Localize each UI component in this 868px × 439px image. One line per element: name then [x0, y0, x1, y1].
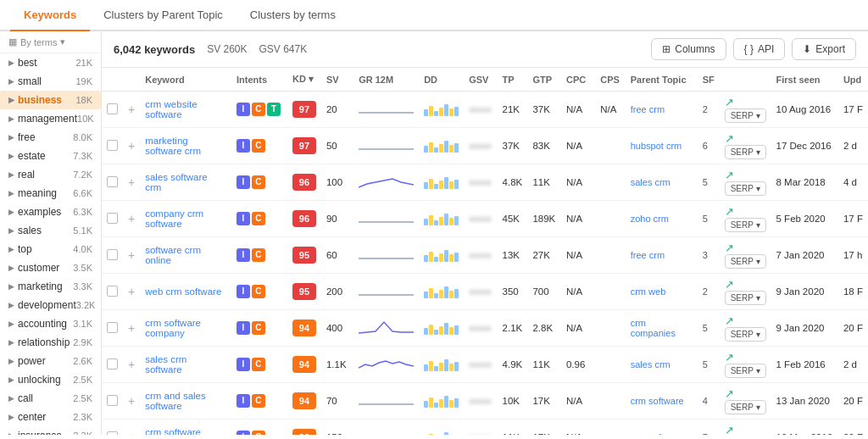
serp-button[interactable]: SERP ▾: [725, 218, 766, 232]
col-header-sv[interactable]: SV: [321, 68, 353, 92]
keyword-link[interactable]: sales software crm: [145, 172, 208, 192]
add-row-button[interactable]: +: [128, 321, 135, 335]
serp-button[interactable]: SERP ▾: [725, 327, 766, 342]
row-checkbox[interactable]: [107, 322, 118, 333]
api-button[interactable]: { } API: [733, 38, 786, 60]
sidebar-item-top[interactable]: ▶ top 4.0K: [0, 240, 101, 258]
add-row-button[interactable]: +: [128, 139, 135, 153]
sidebar-item-sales[interactable]: ▶ sales 5.1K: [0, 221, 101, 240]
row-checkbox[interactable]: [107, 103, 118, 114]
add-row-button[interactable]: +: [128, 248, 135, 262]
keyword-link[interactable]: crm software company: [145, 318, 201, 338]
col-header-first[interactable]: First seen: [771, 68, 838, 92]
col-header-intents[interactable]: Intents: [231, 68, 287, 92]
col-header-keyword[interactable]: Keyword: [140, 68, 231, 92]
sidebar-item-accounting[interactable]: ▶ accounting 3.1K: [0, 314, 101, 333]
keyword-link[interactable]: company crm software: [145, 208, 203, 229]
col-header-cpc[interactable]: CPC: [561, 68, 595, 92]
table-row: + sales software crm IC 96 100 ●●●● 4.8K…: [102, 164, 868, 201]
add-row-button[interactable]: +: [128, 285, 135, 298]
serp-button[interactable]: SERP ▾: [725, 291, 766, 305]
keyword-link[interactable]: crm website software: [145, 99, 197, 119]
col-header-gtp[interactable]: GTP: [527, 68, 561, 92]
sidebar-item-small[interactable]: ▶ small 19K: [0, 72, 101, 91]
serp-button[interactable]: SERP ▾: [725, 400, 766, 414]
cps-value: [595, 347, 625, 383]
sf-value: 5: [698, 310, 720, 347]
serp-button[interactable]: SERP ▾: [725, 181, 766, 196]
row-checkbox[interactable]: [107, 395, 118, 406]
keyword-link[interactable]: software crm online: [145, 245, 201, 265]
sidebar-item-management[interactable]: ▶ management 10K: [0, 109, 101, 128]
sidebar-item-examples[interactable]: ▶ examples 6.3K: [0, 203, 101, 221]
sidebar-item-best[interactable]: ▶ best 21K: [0, 53, 101, 72]
row-checkbox[interactable]: [107, 431, 118, 436]
sidebar-header[interactable]: ▦ By terms ▾: [0, 31, 101, 53]
tab-clusters-terms[interactable]: Clusters by terms: [236, 0, 349, 31]
chevron-right-icon: ▶: [8, 431, 14, 435]
sidebar-item-real[interactable]: ▶ real 7.2K: [0, 165, 101, 184]
export-button[interactable]: ⬇ Export: [792, 38, 856, 60]
keyword-link[interactable]: marketing software crm: [145, 136, 201, 156]
col-header-sf[interactable]: SF: [698, 68, 720, 92]
parent-topic-link[interactable]: sales crm: [631, 177, 670, 187]
parent-topic-link[interactable]: free crm: [631, 250, 665, 260]
add-row-button[interactable]: +: [128, 358, 135, 371]
sidebar-item-unlocking[interactable]: ▶ unlocking 2.5K: [0, 370, 101, 389]
keyword-link[interactable]: crm software sales: [145, 427, 201, 435]
cpc-value: N/A: [561, 128, 595, 164]
parent-topic-link[interactable]: zoho crm: [631, 214, 669, 224]
parent-topic-link[interactable]: free crm: [631, 104, 665, 114]
tab-clusters-parent[interactable]: Clusters by Parent Topic: [90, 0, 236, 31]
col-header-gsv[interactable]: GSV: [464, 68, 497, 92]
col-header-tp[interactable]: TP: [498, 68, 528, 92]
sidebar-item-power[interactable]: ▶ power 2.6K: [0, 352, 101, 370]
sidebar-item-free[interactable]: ▶ free 8.0K: [0, 128, 101, 147]
parent-topic-link[interactable]: crm companies: [631, 318, 676, 338]
row-checkbox[interactable]: [107, 286, 118, 297]
sf-value: 2: [698, 92, 720, 128]
col-header-parent[interactable]: Parent Topic: [626, 68, 698, 92]
col-header-gr[interactable]: GR 12M: [353, 68, 419, 92]
parent-topic-link[interactable]: crm software: [631, 432, 684, 435]
keyword-link[interactable]: crm and sales software: [145, 391, 206, 411]
row-checkbox[interactable]: [107, 358, 118, 370]
table-row: + crm software sales IC 93 150 ●●●● 11K …: [102, 420, 868, 436]
keyword-link[interactable]: sales crm software: [145, 354, 186, 375]
row-checkbox[interactable]: [107, 213, 118, 224]
add-row-button[interactable]: +: [128, 431, 135, 435]
add-row-button[interactable]: +: [128, 394, 135, 408]
sidebar-item-marketing[interactable]: ▶ marketing 3.3K: [0, 277, 101, 296]
sidebar-item-estate[interactable]: ▶ estate 7.3K: [0, 147, 101, 165]
keyword-link[interactable]: web crm software: [145, 286, 221, 297]
row-checkbox[interactable]: [107, 249, 118, 260]
serp-button[interactable]: SERP ▾: [725, 145, 766, 159]
sidebar-item-meaning[interactable]: ▶ meaning 6.6K: [0, 184, 101, 203]
parent-topic-link[interactable]: sales crm: [631, 359, 670, 370]
row-checkbox[interactable]: [107, 176, 118, 187]
sidebar-item-call[interactable]: ▶ call 2.5K: [0, 389, 101, 408]
serp-button[interactable]: SERP ▾: [725, 108, 766, 123]
add-row-button[interactable]: +: [128, 212, 135, 225]
sidebar-item-insurance[interactable]: ▶ insurance 2.3K: [0, 426, 101, 435]
col-header-cps[interactable]: CPS: [595, 68, 625, 92]
sidebar-item-business[interactable]: ▶ business 18K: [0, 91, 101, 109]
tab-keywords[interactable]: Keywords: [10, 0, 90, 31]
serp-button[interactable]: SERP ▾: [725, 364, 766, 378]
parent-topic-link[interactable]: crm software: [631, 396, 684, 406]
columns-button[interactable]: ⊞ Columns: [651, 38, 726, 60]
table-row: + marketing software crm IC 97 50 ●●●● 3…: [102, 128, 868, 164]
parent-topic-link[interactable]: crm web: [631, 286, 666, 297]
add-row-button[interactable]: +: [128, 175, 135, 189]
sidebar-item-relationship[interactable]: ▶ relationship 2.9K: [0, 333, 101, 352]
col-header-kd[interactable]: KD ▾: [287, 68, 321, 92]
col-header-upd[interactable]: Upd: [838, 68, 868, 92]
col-header-dd[interactable]: DD: [419, 68, 464, 92]
serp-button[interactable]: SERP ▾: [725, 254, 766, 269]
parent-topic-link[interactable]: hubspot crm: [631, 141, 682, 151]
add-row-button[interactable]: +: [128, 103, 135, 116]
sidebar-item-center[interactable]: ▶ center 2.3K: [0, 408, 101, 426]
sidebar-item-development[interactable]: ▶ development 3.2K: [0, 296, 101, 314]
row-checkbox[interactable]: [107, 140, 118, 151]
sidebar-item-customer[interactable]: ▶ customer 3.5K: [0, 258, 101, 277]
